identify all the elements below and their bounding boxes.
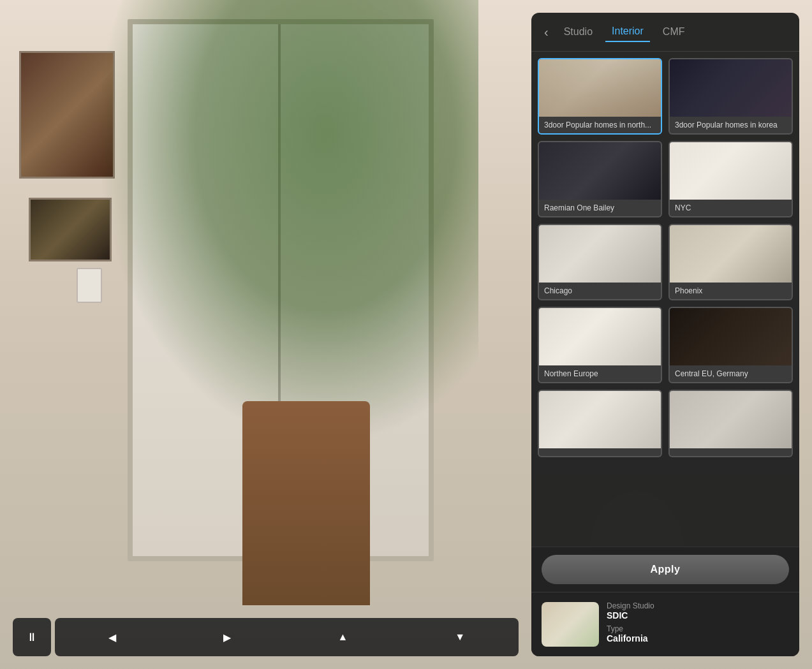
- nav-controls: ◀ ▶ ▲ ▼: [55, 618, 519, 656]
- interior-panel: ‹ Studio Interior CMF 3door Popular home…: [531, 13, 799, 656]
- design-studio-row: Design Studio SDIC: [607, 601, 789, 621]
- grid-item-7-label: Northen Europe: [539, 365, 661, 382]
- grid-item-9[interactable]: [538, 390, 662, 457]
- light-switch: [77, 268, 102, 303]
- design-studio-label: Design Studio: [607, 601, 789, 610]
- grid-item-3-label: Raemian One Bailey: [539, 200, 661, 216]
- tab-cmf[interactable]: CMF: [656, 22, 691, 41]
- grid-item-5-label: Chicago: [539, 283, 661, 299]
- type-row: Type California: [607, 624, 789, 643]
- info-thumbnail: [542, 602, 599, 647]
- apply-area: Apply: [531, 547, 799, 592]
- grid-item-6-label: Phoenix: [670, 283, 792, 299]
- chair: [242, 401, 370, 605]
- thumb-8: [670, 308, 792, 365]
- down-button[interactable]: ▼: [447, 626, 473, 648]
- grid-item-3[interactable]: Raemian One Bailey: [538, 141, 662, 217]
- grid-item-6[interactable]: Phoenix: [668, 224, 793, 300]
- grid-item-8[interactable]: Central EU, Germany: [668, 307, 793, 383]
- info-content: Design Studio SDIC Type California: [607, 601, 789, 647]
- grid-item-1-label: 3door Popular homes in north...: [539, 117, 661, 133]
- grid-item-7[interactable]: Northen Europe: [538, 307, 662, 383]
- wall-art-2: [29, 198, 112, 261]
- thumb-9: [539, 391, 661, 448]
- grid-item-8-label: Central EU, Germany: [670, 365, 792, 382]
- grid-item-5[interactable]: Chicago: [538, 224, 662, 300]
- panel-header: ‹ Studio Interior CMF: [531, 13, 799, 52]
- grid-item-10-label: [670, 448, 792, 456]
- back-button[interactable]: ‹: [542, 23, 551, 41]
- bottom-controls: ⏸ ◀ ▶ ▲ ▼: [13, 618, 519, 656]
- tab-studio[interactable]: Studio: [557, 22, 599, 41]
- next-button[interactable]: ▶: [216, 626, 239, 649]
- thumb-7: [539, 308, 661, 365]
- prev-button[interactable]: ◀: [101, 626, 124, 649]
- info-panel: Design Studio SDIC Type California: [531, 592, 799, 656]
- grid-item-2-label: 3door Popular homes in korea: [670, 117, 792, 133]
- up-button[interactable]: ▲: [330, 626, 356, 648]
- thumb-1: [539, 59, 661, 117]
- grid-item-4[interactable]: NYC: [668, 141, 793, 217]
- grid-item-9-label: [539, 448, 661, 456]
- grid-item-4-label: NYC: [670, 200, 792, 216]
- tab-interior[interactable]: Interior: [605, 22, 650, 42]
- thumb-5: [539, 225, 661, 283]
- wall-art-1: [19, 51, 115, 179]
- apply-button[interactable]: Apply: [542, 555, 789, 584]
- grid-item-10[interactable]: [668, 390, 793, 457]
- thumb-4: [670, 142, 792, 200]
- pause-button[interactable]: ⏸: [13, 618, 51, 656]
- interior-grid: 3door Popular homes in north... 3door Po…: [531, 52, 799, 547]
- thumb-10: [670, 391, 792, 448]
- thumb-6: [670, 225, 792, 283]
- type-value: California: [607, 633, 789, 643]
- type-label: Type: [607, 624, 789, 633]
- grid-item-2[interactable]: 3door Popular homes in korea: [668, 58, 793, 135]
- thumb-3: [539, 142, 661, 200]
- design-studio-value: SDIC: [607, 610, 789, 621]
- grid-item-1[interactable]: 3door Popular homes in north...: [538, 58, 662, 135]
- thumb-2: [670, 59, 792, 117]
